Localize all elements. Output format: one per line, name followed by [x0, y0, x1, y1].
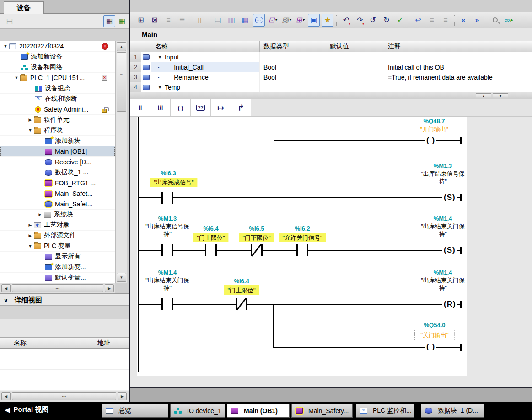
group-arrow-icon[interactable]: ▼ — [158, 85, 162, 90]
taskbar-datablock-button[interactable]: 数据块_1 (D... — [421, 404, 484, 418]
tree-item-fob-rtg1[interactable]: FOB_RTG1 ... — [0, 178, 115, 188]
operand-symbol[interactable]: "开门输出" — [420, 125, 448, 133]
show-network-titles-icon[interactable]: ▤ — [212, 14, 224, 27]
tree-item-technology-objects[interactable]: ▶ 工艺对象 — [0, 220, 115, 231]
operand-address[interactable]: %Q54.0 — [424, 321, 446, 329]
goto-next-error-icon[interactable]: ↷● — [353, 14, 365, 27]
scroll-left-icon[interactable]: ◀ — [1, 392, 11, 400]
header-default[interactable]: 默认值 — [326, 41, 384, 52]
taskbar-overview-button[interactable]: 总览 — [102, 404, 168, 418]
show-symbol-info-icon[interactable]: ▣ — [308, 14, 320, 27]
tab-devices[interactable]: 设备 — [4, 1, 44, 14]
expand-arrow-icon[interactable]: ▶ — [27, 233, 33, 238]
configure-networks-icon[interactable]: ▤ — [4, 15, 16, 27]
operand-symbol-highlighted[interactable]: "门上限位" — [193, 233, 228, 242]
keep-actual-values-icon[interactable]: ▯ — [194, 14, 206, 27]
goto-definition-icon[interactable]: ↩ — [412, 14, 424, 27]
expand-arrow-icon[interactable]: ▼ — [27, 244, 33, 248]
monitoring-icon[interactable]: ∞▶ — [503, 14, 515, 27]
tree-item-device-config[interactable]: 设备组态 — [0, 83, 115, 94]
open-in-new-editor-icon[interactable]: ▦ — [116, 15, 128, 27]
nc-contact[interactable] — [251, 244, 263, 256]
tree-item-system-blocks[interactable]: ▶ 系统块 — [0, 210, 115, 220]
table-row[interactable]: 2 ▪Initial_Call Bool Initial call of thi… — [130, 62, 532, 72]
synchronize-block-icon[interactable]: ↻ — [381, 14, 392, 27]
expand-arrow-icon[interactable]: ▼ — [14, 75, 19, 80]
operand-symbol[interactable]: "出库结束关门保持" — [419, 222, 467, 238]
delete-network-icon[interactable]: ⊠ — [149, 14, 161, 27]
tree-item-default-tag-table[interactable]: 默认变量... — [0, 273, 115, 283]
tree-item-add-new-device[interactable]: 添加新设备 — [0, 52, 115, 62]
coil[interactable]: ( ) — [425, 341, 436, 353]
tree-item-plc1[interactable]: ▼ PLC_1 [CPU 151... × — [0, 73, 115, 83]
insert-network-icon[interactable]: ⊞ — [135, 14, 147, 27]
collapse-icon[interactable]: ∨ — [4, 297, 8, 304]
tree-item-add-new-block[interactable]: 添加新块 — [0, 136, 115, 146]
coil[interactable]: ( ) — [425, 135, 436, 146]
collapse-all-networks-icon[interactable]: ▦ — [239, 14, 251, 27]
operand-symbol-highlighted[interactable]: "出库完成信号" — [150, 178, 197, 187]
absolute-operands-icon[interactable]: ⊡▾ — [267, 14, 279, 27]
tree-item-safety-administration[interactable]: Safety Admini... — [0, 104, 115, 115]
tree-item-software-units[interactable]: ▶ 软件单元 — [0, 115, 115, 125]
operand-symbol-highlighted[interactable]: "允许关门信号" — [279, 233, 326, 242]
no-contact[interactable] — [161, 244, 173, 256]
tree-item-main-safety-ob[interactable]: Main_Safet... — [0, 188, 115, 199]
close-branch-icon[interactable]: ↱ — [231, 99, 251, 116]
insert-no-contact-icon[interactable]: ⊣⊢ — [130, 99, 150, 116]
tree-item-add-new-tag-table[interactable]: 添加新变... — [0, 262, 115, 273]
insert-empty-box-icon[interactable]: ?? — [191, 99, 211, 116]
tree-item-receive-db[interactable]: Receive [D... — [0, 157, 115, 167]
scroll-right-icon[interactable]: ▶ — [105, 284, 114, 292]
reset-coil[interactable]: (R) — [442, 298, 457, 310]
scrollbar-thumb[interactable]: ≡ — [117, 52, 126, 112]
scroll-right-icon[interactable]: ▶ — [118, 392, 127, 400]
table-row[interactable]: 4 ▼Temp — [130, 82, 532, 92]
toggle-comments-icon[interactable]: … — [253, 14, 265, 27]
tree-item-project[interactable]: ▼ 20220227f0324 ! — [0, 41, 115, 52]
taskbar-main-safety-button[interactable]: Main_Safety... — [291, 404, 353, 418]
insert-coil-icon[interactable]: -( )- — [171, 99, 191, 116]
operand-symbol[interactable]: "出库结束信号保持" — [144, 222, 191, 238]
details-view-toggle-icon[interactable]: ▦ — [103, 15, 115, 27]
detail-horizontal-scrollbar[interactable]: ◀ ▪▪▪ ▶ — [0, 391, 129, 402]
operand-address[interactable]: %M1.3 — [434, 162, 452, 170]
goto-previous-error-icon[interactable]: ↶● — [339, 14, 351, 27]
operand-symbol-highlighted[interactable]: "门下限位" — [239, 233, 274, 242]
expand-arrow-icon[interactable]: ▶ — [38, 212, 43, 217]
operand-address[interactable]: %M1.4 — [434, 269, 452, 276]
scrollbar-thumb[interactable]: ▪▪▪ — [12, 392, 116, 400]
table-row[interactable]: 1 ▼Input — [130, 52, 532, 62]
previous-bookmark-icon[interactable]: « — [457, 14, 469, 27]
expand-all-networks-icon[interactable]: ▥ — [226, 14, 237, 27]
no-contact[interactable] — [161, 192, 173, 204]
expand-arrow-icon[interactable]: ▶ — [27, 223, 33, 227]
tree-item-show-all-tags[interactable]: 显示所有... — [0, 252, 115, 262]
favorites-icon[interactable]: ★ — [322, 14, 333, 27]
tree-item-external-sources[interactable]: ▶ 外部源文件 — [0, 231, 115, 241]
find-replace-icon[interactable] — [489, 14, 501, 27]
call-environment-icon[interactable]: ≡ — [440, 14, 451, 27]
operand-address[interactable]: %I6.4 — [234, 277, 249, 285]
operand-display-icon[interactable]: ⊞▾ — [294, 14, 306, 27]
no-contact[interactable] — [296, 244, 308, 256]
operand-address[interactable]: %I6.3 — [161, 169, 176, 177]
operand-address[interactable]: %M1.4 — [158, 269, 177, 276]
operand-symbol-highlighted[interactable]: "门上限位" — [224, 285, 259, 295]
splitter-up-icon[interactable]: ▲ — [476, 93, 491, 98]
detail-view-header[interactable]: ∨ 详细视图 — [0, 293, 129, 306]
no-contact[interactable] — [205, 244, 217, 256]
expand-arrow-icon[interactable]: ▼ — [3, 44, 8, 48]
operand-address[interactable]: %M1.4 — [434, 215, 452, 222]
scroll-left-icon[interactable]: ◀ — [1, 284, 11, 292]
scrollbar-thumb[interactable]: ▪▪▪ — [12, 284, 103, 292]
tree-item-plc-tags[interactable]: ▼ PLC 变量 — [0, 241, 115, 252]
taskbar-io-device-button[interactable]: IO device_1 — [170, 404, 225, 418]
open-branch-icon[interactable]: ↦ — [211, 99, 231, 116]
tree-item-online-diagnostics[interactable]: Y. 在线和诊断 — [0, 94, 115, 104]
insert-column-icon[interactable]: ≣ — [176, 14, 188, 27]
consistency-check-icon[interactable]: ✓ — [394, 14, 406, 27]
operand-address[interactable]: %Q48.7 — [424, 117, 445, 125]
tree-vertical-scrollbar[interactable]: ▲ ≡ ▼ — [115, 41, 127, 283]
insert-row-icon[interactable]: ≡ — [162, 14, 174, 27]
